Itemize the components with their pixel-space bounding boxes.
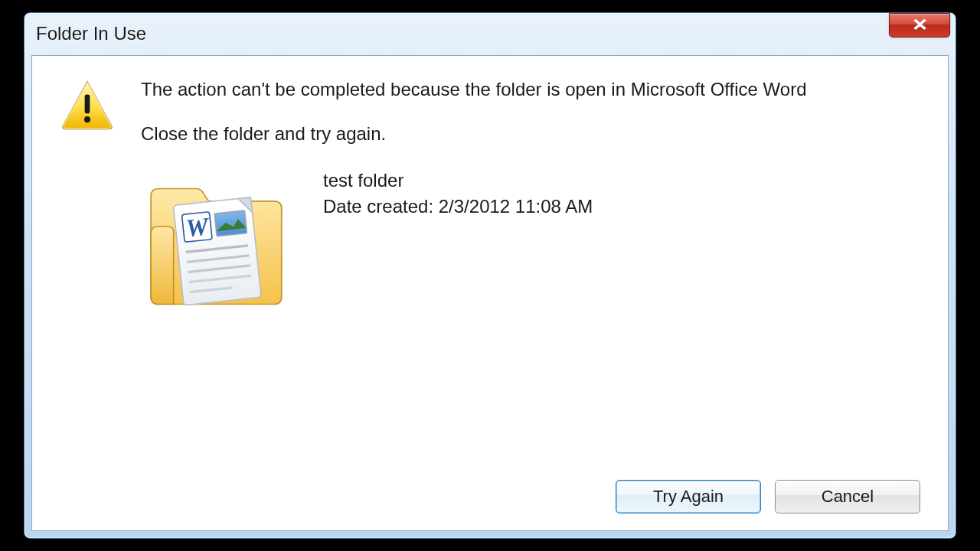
close-icon: ✕ — [912, 17, 928, 34]
item-meta: test folder Date created: 2/3/2012 11:08… — [323, 166, 593, 219]
item-row: W test folde — [141, 166, 920, 327]
sub-message-text: Close the folder and try again. — [141, 123, 807, 145]
window-title: Folder In Use — [31, 20, 151, 44]
dialog-window: Folder In Use ✕ — [24, 12, 956, 539]
svg-rect-5 — [214, 211, 247, 236]
folder-icon: W — [141, 166, 302, 327]
item-date-created-text: Date created: 2/3/2012 11:08 AM — [323, 194, 593, 220]
close-button[interactable]: ✕ — [889, 13, 950, 37]
svg-rect-0 — [85, 95, 90, 114]
svg-point-1 — [84, 116, 90, 122]
button-row: Try Again Cancel — [60, 480, 920, 517]
item-name-text: test folder — [323, 168, 593, 194]
main-message-text: The action can't be completed because th… — [141, 77, 807, 102]
titlebar: Folder In Use ✕ — [31, 20, 949, 55]
cancel-button[interactable]: Cancel — [775, 480, 920, 514]
message-row: The action can't be completed because th… — [60, 77, 920, 145]
warning-icon — [60, 77, 115, 132]
message-text-block: The action can't be completed because th… — [141, 77, 807, 145]
try-again-button[interactable]: Try Again — [616, 480, 761, 514]
client-area: The action can't be completed because th… — [31, 55, 949, 531]
